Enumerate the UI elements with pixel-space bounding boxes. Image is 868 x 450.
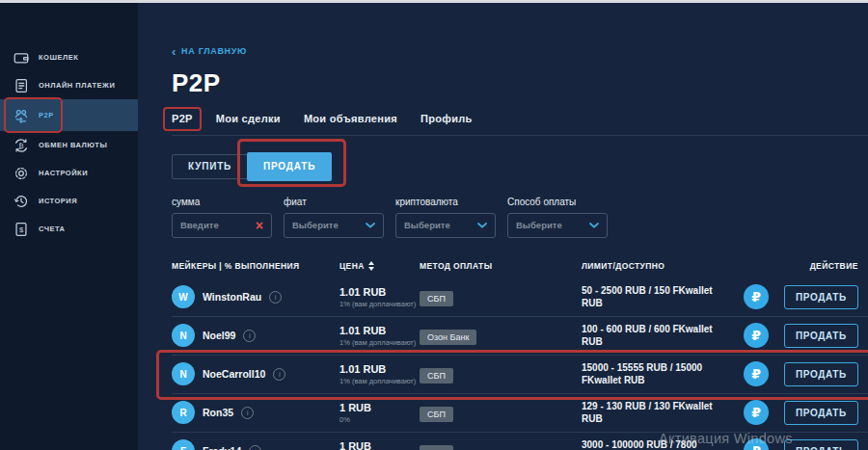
maker-name: WinstonRau bbox=[203, 291, 261, 303]
tabs-bar: P2P Мои сделки Мои объявления Профиль bbox=[172, 113, 868, 136]
back-chevron-icon: ‹ bbox=[172, 47, 176, 56]
sidebar-item[interactable]: КОШЕЛЕК bbox=[0, 43, 138, 71]
info-icon[interactable]: i bbox=[241, 407, 254, 419]
wallet-icon bbox=[13, 49, 30, 66]
filter: сумма Введите × bbox=[172, 197, 272, 238]
filter: фиат Выберите × bbox=[284, 197, 384, 238]
sidebar-item[interactable]: ИСТОРИЯ bbox=[0, 187, 138, 215]
filter-control[interactable]: Выберите × bbox=[284, 213, 384, 238]
online-payments-icon bbox=[13, 77, 30, 94]
buy-sell-toggle: КУПИТЬ ПРОДАТЬ bbox=[172, 152, 868, 181]
filters-bar: сумма Введите × фиат Выберите × криптова… bbox=[172, 197, 868, 238]
filter-control[interactable]: Выберите × bbox=[395, 213, 496, 238]
sidebar-item[interactable]: ОНЛАЙН ПЛАТЕЖИ bbox=[0, 71, 138, 99]
sidebar-item-label: СЧЕТА bbox=[39, 225, 66, 233]
back-link-label: НА ГЛАВНУЮ bbox=[181, 46, 247, 56]
price-sort-icon[interactable] bbox=[368, 261, 374, 271]
payment-method-badge: СБП bbox=[420, 445, 453, 450]
offer-price: 1 RUB bbox=[339, 440, 420, 450]
p2p-icon bbox=[13, 107, 30, 124]
sidebar-item[interactable]: $ СЧЕТА bbox=[0, 215, 138, 243]
chevron-down-icon[interactable] bbox=[477, 223, 487, 228]
offer-limit: 129 - 130 RUB / 130 FKwallet RUB bbox=[582, 400, 744, 426]
chevron-down-icon[interactable] bbox=[366, 223, 375, 228]
table-body: W WinstonRau i 1.01 RUB 1% (вам доплачив… bbox=[172, 278, 868, 450]
sidebar-item[interactable]: НАСТРОЙКИ bbox=[0, 159, 138, 187]
payment-method-badge: СБП bbox=[420, 368, 453, 384]
page-title: P2P bbox=[172, 68, 868, 98]
offer-limit: 15000 - 15555 RUB / 15000 FKwallet RUB bbox=[582, 361, 744, 387]
filter-control[interactable]: Выберите × bbox=[507, 213, 608, 238]
maker-name: Ron35 bbox=[203, 407, 233, 418]
buy-button[interactable]: КУПИТЬ bbox=[172, 154, 248, 179]
accounts-icon: $ bbox=[13, 221, 30, 238]
header-method: МЕТОД ОПЛАТЫ bbox=[420, 261, 582, 271]
sidebar-item[interactable]: P2P bbox=[0, 99, 138, 131]
offer-price: 1 RUB bbox=[339, 402, 420, 413]
offers-table: МЕЙКЕРЫ | % ВЫПОЛНЕНИЯ ЦЕНА МЕТОД ОПЛАТЫ… bbox=[172, 257, 868, 450]
sidebar-item-label: НАСТРОЙКИ bbox=[39, 169, 88, 177]
tab[interactable]: Мои сделки bbox=[216, 113, 281, 124]
sidebar-item-label: ИСТОРИЯ bbox=[39, 197, 77, 205]
offer-limit: 50 - 2500 RUB / 150 FKwallet RUB bbox=[582, 284, 744, 310]
maker-name: Fredy14 bbox=[203, 445, 241, 450]
row-sell-button[interactable]: ПРОДАТЬ bbox=[784, 324, 858, 348]
offer-price-note: 1% (вам доплачивают) bbox=[339, 300, 420, 308]
sidebar: КОШЕЛЕК ОНЛАЙН ПЛАТЕЖИ P2P ₿ ОБМЕН ВАЛЮТ… bbox=[0, 3, 138, 450]
filter-label: фиат bbox=[284, 197, 384, 207]
tab[interactable]: Профиль bbox=[420, 113, 473, 124]
clear-icon[interactable]: × bbox=[256, 219, 263, 232]
maker-avatar: W bbox=[172, 285, 195, 308]
table-header-row: МЕЙКЕРЫ | % ВЫПОЛНЕНИЯ ЦЕНА МЕТОД ОПЛАТЫ… bbox=[172, 257, 868, 278]
row-sell-button[interactable]: ПРОДАТЬ bbox=[784, 401, 858, 425]
tab[interactable]: P2P bbox=[172, 113, 193, 124]
payment-method-badge: СБП bbox=[420, 407, 453, 422]
info-icon[interactable]: i bbox=[269, 291, 282, 304]
filter-label: сумма bbox=[172, 197, 272, 207]
offer-row: N Noel99 i 1.01 RUB 1% (вам доплачивают)… bbox=[172, 317, 868, 356]
back-to-home-link[interactable]: ‹ НА ГЛАВНУЮ bbox=[172, 46, 247, 56]
info-icon[interactable]: i bbox=[243, 330, 256, 342]
filter-control[interactable]: Введите × bbox=[172, 213, 272, 238]
offer-price: 1.01 RUB bbox=[339, 325, 420, 336]
ruble-currency-icon: ₽ bbox=[744, 400, 769, 425]
filter-select-value: Выберите bbox=[404, 220, 474, 230]
maker-avatar: N bbox=[172, 362, 195, 385]
filter: Способ оплаты Выберите × bbox=[507, 197, 608, 238]
offer-price: 1.01 RUB bbox=[339, 286, 420, 298]
main-content: ‹ НА ГЛАВНУЮ P2P P2P Мои сделки Мои объя… bbox=[138, 3, 868, 450]
sidebar-item-label: КОШЕЛЕК bbox=[39, 53, 78, 62]
sell-button[interactable]: ПРОДАТЬ bbox=[247, 152, 332, 181]
ruble-currency-icon: ₽ bbox=[744, 284, 769, 309]
header-action: ДЕЙСТВИЕ bbox=[744, 261, 868, 271]
app-window: КОШЕЛЕК ОНЛАЙН ПЛАТЕЖИ P2P ₿ ОБМЕН ВАЛЮТ… bbox=[0, 3, 868, 450]
header-makers: МЕЙКЕРЫ | % ВЫПОЛНЕНИЯ bbox=[172, 261, 339, 271]
currency-exchange-icon: ₿ bbox=[13, 137, 30, 154]
offer-price-note: 1% (вам доплачивают) bbox=[339, 377, 420, 385]
row-sell-button[interactable]: ПРОДАТЬ bbox=[784, 285, 858, 309]
filter-label: криптовалюта bbox=[395, 197, 496, 207]
row-sell-button[interactable]: ПРОДАТЬ bbox=[784, 439, 858, 450]
filter-select-value: Выберите bbox=[516, 220, 585, 230]
tab[interactable]: Мои объявления bbox=[304, 113, 397, 124]
maker-avatar: N bbox=[172, 324, 195, 347]
payment-method-badge: СБП bbox=[420, 291, 453, 306]
sidebar-item[interactable]: ₿ ОБМЕН ВАЛЮТЫ bbox=[0, 131, 138, 159]
offer-price: 1.01 RUB bbox=[339, 363, 420, 375]
offer-row: W WinstonRau i 1.01 RUB 1% (вам доплачив… bbox=[172, 278, 868, 317]
sidebar-item-label: ОНЛАЙН ПЛАТЕЖИ bbox=[39, 81, 115, 90]
ruble-currency-icon: ₽ bbox=[744, 361, 769, 386]
header-price: ЦЕНА bbox=[339, 261, 365, 271]
info-icon[interactable]: i bbox=[273, 368, 285, 381]
offer-row: N NoeCarroll10 i 1.01 RUB 1% (вам доплач… bbox=[172, 356, 868, 394]
filter-text-input[interactable] bbox=[180, 220, 252, 230]
offer-price-note: 1% (вам доплачивают) bbox=[339, 338, 420, 347]
svg-text:₿: ₿ bbox=[18, 141, 23, 149]
maker-name: Noel99 bbox=[203, 330, 235, 341]
row-sell-button[interactable]: ПРОДАТЬ bbox=[784, 362, 858, 386]
chevron-down-icon[interactable] bbox=[589, 223, 599, 228]
maker-avatar: F bbox=[172, 439, 195, 450]
info-icon[interactable]: i bbox=[249, 445, 261, 450]
offer-limit: 100 - 600 RUB / 600 FKwallet RUB bbox=[582, 323, 744, 349]
windows-activation-watermark: Активация Windows bbox=[659, 431, 793, 446]
